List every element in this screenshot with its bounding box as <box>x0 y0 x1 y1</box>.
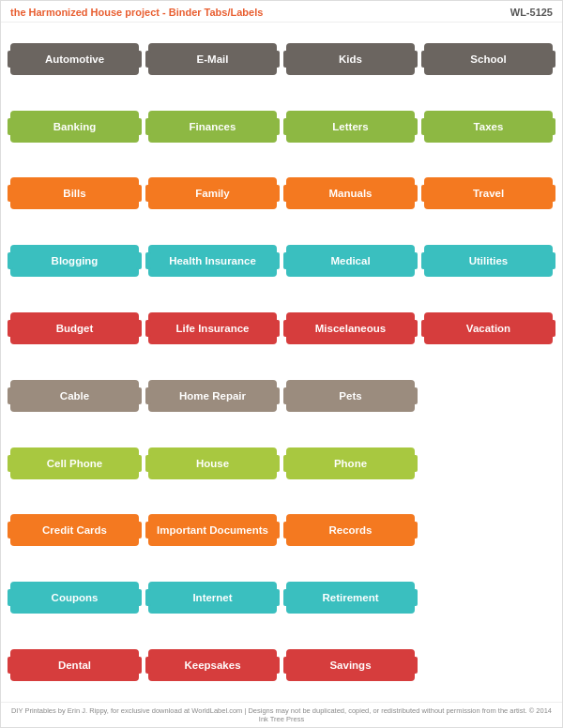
label-cell: Dental <box>7 632 143 698</box>
tab-label: Phone <box>286 447 415 479</box>
label-cell: Banking <box>7 94 143 159</box>
label-cell: Life Insurance <box>145 296 281 361</box>
tab-label: Manuals <box>286 177 415 209</box>
header-title: the Harmonized House project - Binder Ta… <box>10 7 263 18</box>
tab-label: Finances <box>148 111 277 143</box>
label-cell: Kids <box>282 26 418 92</box>
label-cell: Medical <box>282 228 418 294</box>
label-cell: Blogging <box>7 228 143 294</box>
tab-label: Keepsakes <box>148 649 277 681</box>
label-cell: Coupons <box>7 565 143 630</box>
label-cell <box>420 565 556 630</box>
label-cell: Pets <box>282 363 418 429</box>
label-cell: Family <box>145 161 281 227</box>
tab-label: Savings <box>286 649 415 681</box>
tab-label: Banking <box>10 111 139 143</box>
label-cell <box>420 363 556 429</box>
header-title-highlight: Binder Tabs/Labels <box>169 7 264 18</box>
label-cell: Internet <box>145 565 281 630</box>
tab-label: Home Repair <box>148 380 277 412</box>
tab-label: Vacation <box>424 312 553 344</box>
label-cell <box>420 498 556 564</box>
label-cell: Cable <box>7 363 143 429</box>
label-cell: Budget <box>7 296 143 361</box>
tab-label: House <box>148 447 277 479</box>
tab-label: Travel <box>424 177 553 209</box>
label-cell: Vacation <box>420 296 556 361</box>
label-cell: Savings <box>282 632 418 698</box>
tab-label: Family <box>148 177 277 209</box>
tab-label: Letters <box>286 111 415 143</box>
label-cell: Taxes <box>420 94 556 159</box>
tab-label: Internet <box>148 582 277 614</box>
label-cell <box>420 431 556 496</box>
tab-label: Life Insurance <box>148 312 277 344</box>
tab-label: Records <box>286 514 415 546</box>
label-cell: Utilities <box>420 228 556 294</box>
label-cell: Finances <box>145 94 281 159</box>
tab-label: Blogging <box>10 245 139 277</box>
label-cell: Manuals <box>282 161 418 227</box>
tab-label: Cable <box>10 380 139 412</box>
page: the Harmonized House project - Binder Ta… <box>0 0 563 728</box>
tab-label: School <box>424 43 553 75</box>
header-title-plain: the Harmonized House project - <box>10 7 169 18</box>
label-cell: Cell Phone <box>7 431 143 496</box>
tab-label: Automotive <box>10 43 139 75</box>
tab-label: Credit Cards <box>10 514 139 546</box>
label-cell: Records <box>282 498 418 564</box>
label-cell: House <box>145 431 281 496</box>
label-cell: Letters <box>282 94 418 159</box>
label-cell: Automotive <box>7 26 143 92</box>
label-cell: Important Documents <box>145 498 281 564</box>
tab-label: Utilities <box>424 245 553 277</box>
header-code: WL-5125 <box>510 7 553 18</box>
label-cell: Home Repair <box>145 363 281 429</box>
label-cell: Credit Cards <box>7 498 143 564</box>
tab-label: Pets <box>286 380 415 412</box>
tab-label: Coupons <box>10 582 139 614</box>
footer: DIY Printables by Erin J. Rippy, for exc… <box>1 702 562 727</box>
label-cell: Retirement <box>282 565 418 630</box>
label-cell <box>420 632 556 698</box>
label-cell: Phone <box>282 431 418 496</box>
tab-label: Retirement <box>286 582 415 614</box>
label-cell: Travel <box>420 161 556 227</box>
label-cell: Keepsakes <box>145 632 281 698</box>
label-cell: Miscelaneous <box>282 296 418 361</box>
tab-label: Medical <box>286 245 415 277</box>
header: the Harmonized House project - Binder Ta… <box>1 1 562 23</box>
tab-label: Dental <box>10 649 139 681</box>
tab-label: Bills <box>10 177 139 209</box>
tab-label: Miscelaneous <box>286 312 415 344</box>
label-cell: Health Insurance <box>145 228 281 294</box>
labels-grid: AutomotiveE-MailKidsSchoolBankingFinance… <box>1 23 562 702</box>
tab-label: Kids <box>286 43 415 75</box>
label-cell: E-Mail <box>145 26 281 92</box>
label-cell: Bills <box>7 161 143 227</box>
label-cell: School <box>420 26 556 92</box>
tab-label: Taxes <box>424 111 553 143</box>
tab-label: Important Documents <box>148 514 277 546</box>
tab-label: Budget <box>10 312 139 344</box>
tab-label: Health Insurance <box>148 245 277 277</box>
tab-label: Cell Phone <box>10 447 139 479</box>
tab-label: E-Mail <box>148 43 277 75</box>
